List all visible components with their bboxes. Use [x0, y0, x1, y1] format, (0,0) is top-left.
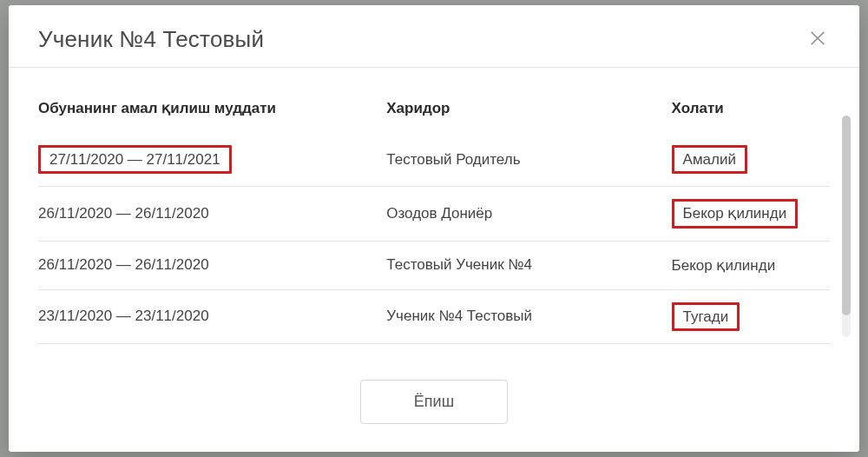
scrollbar[interactable]: [842, 116, 851, 337]
modal-footer: Ёпиш: [9, 371, 859, 452]
modal-title: Ученик №4 Тестовый: [38, 26, 264, 53]
cell-period: 27/11/2020 — 27/11/2021: [38, 133, 386, 187]
cell-buyer: Озодов Дониёр: [386, 187, 671, 241]
cell-period: 23/11/2020 — 23/11/2020: [38, 289, 386, 343]
period-value: 27/11/2020 — 27/11/2021: [38, 145, 232, 174]
modal-body: Обунанинг амал қилиш муддати Харидор Хол…: [9, 68, 859, 371]
subscriptions-table: Обунанинг амал қилиш муддати Харидор Хол…: [38, 92, 830, 344]
cell-buyer: Тестовый Родитель: [386, 133, 671, 187]
modal-dialog: Ученик №4 Тестовый Обунанинг амал қилиш …: [9, 5, 859, 452]
buyer-value: Тестовый Родитель: [386, 149, 520, 171]
status-value: Бекор қилинди: [672, 199, 799, 228]
cell-status: Тугади: [672, 289, 830, 343]
buyer-value: Тестовый Ученик №4: [386, 254, 532, 276]
cell-buyer: Ученик №4 Тестовый: [386, 289, 671, 343]
period-value: 26/11/2020 — 26/11/2020: [38, 254, 209, 276]
status-value: Амалий: [672, 145, 747, 174]
cell-buyer: Тестовый Ученик №4: [386, 241, 671, 289]
col-header-status: Холати: [672, 92, 830, 133]
period-value: 23/11/2020 — 23/11/2020: [38, 305, 209, 328]
cell-status: Бекор қилинди: [672, 187, 830, 241]
modal-header: Ученик №4 Тестовый: [9, 5, 859, 67]
buyer-value: Озодов Дониёр: [386, 202, 492, 225]
table-row: 26/11/2020 — 26/11/2020Тестовый Ученик №…: [38, 241, 830, 289]
close-icon[interactable]: [806, 26, 830, 50]
cell-period: 26/11/2020 — 26/11/2020: [38, 241, 386, 289]
status-value: Тугади: [672, 302, 740, 331]
col-header-buyer: Харидор: [386, 92, 671, 133]
cell-period: 26/11/2020 — 26/11/2020: [38, 187, 386, 241]
table-row: 27/11/2020 — 27/11/2021Тестовый Родитель…: [38, 133, 830, 187]
table-row: 23/11/2020 — 23/11/2020Ученик №4 Тестовы…: [38, 289, 830, 343]
close-button[interactable]: Ёпиш: [360, 380, 508, 424]
col-header-period: Обунанинг амал қилиш муддати: [38, 92, 386, 133]
buyer-value: Ученик №4 Тестовый: [386, 305, 532, 328]
status-value: Бекор қилинди: [672, 254, 776, 277]
table-header-row: Обунанинг амал қилиш муддати Харидор Хол…: [38, 92, 830, 133]
scrollbar-thumb[interactable]: [842, 116, 851, 315]
cell-status: Амалий: [672, 133, 830, 187]
period-value: 26/11/2020 — 26/11/2020: [38, 202, 209, 225]
cell-status: Бекор қилинди: [672, 241, 830, 289]
table-row: 26/11/2020 — 26/11/2020Озодов ДониёрБеко…: [38, 187, 830, 241]
